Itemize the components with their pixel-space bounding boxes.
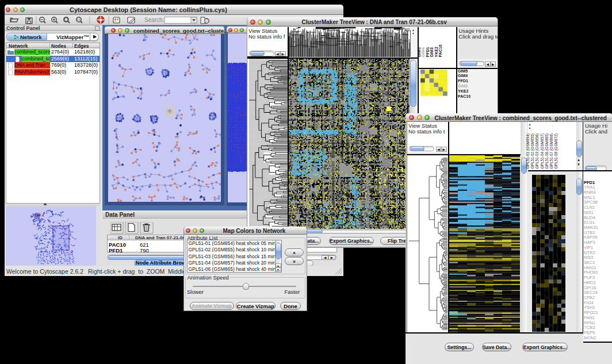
svg-text:Search:: Search:: [144, 17, 164, 23]
svg-text:1:1: 1:1: [77, 18, 81, 21]
